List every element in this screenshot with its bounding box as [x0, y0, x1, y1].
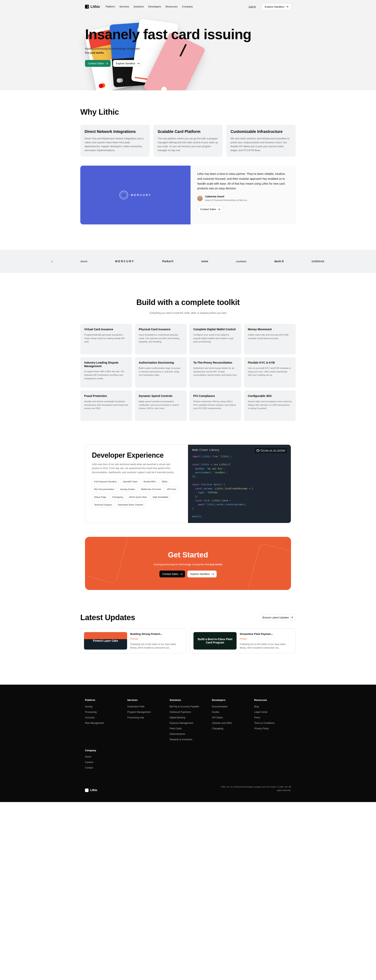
code-block: import Lithic from 'lithic'; const lithi… — [192, 455, 287, 519]
footer-logo[interactable]: Lithic — [85, 788, 97, 792]
footer-link[interactable]: Press — [254, 716, 291, 719]
nav-link-company[interactable]: Company — [182, 5, 193, 9]
feature-chip: Changelog — [110, 494, 125, 500]
toolkit-card-body: Ensure high card acceptance and control … — [248, 400, 292, 410]
partner-logo: MERCURY — [115, 259, 134, 263]
why-card-direct-network: Direct Network Integrations Direct Visa … — [80, 125, 150, 157]
toolkit-card: Money MovementInitiate same-day and next… — [244, 324, 296, 354]
cta-explore-sandbox-button[interactable]: Explore Sandbox — [187, 571, 217, 578]
footer-link[interactable]: Processing — [85, 710, 122, 714]
footer-link[interactable]: Documentation — [212, 705, 249, 708]
hero-explore-sandbox-button[interactable]: Explore Sandbox — [113, 60, 142, 67]
nav-link-solutions[interactable]: Solutions — [133, 5, 144, 9]
footer-link[interactable]: Blog — [254, 705, 291, 708]
footer-link[interactable]: Issuing — [85, 705, 122, 708]
testimonial-contact-sales-button[interactable]: Contact Sales — [197, 206, 223, 213]
toolkit-card-title: Dynamic Spend Controls — [139, 395, 183, 398]
footer-link[interactable]: Program Management — [127, 710, 164, 714]
toolkit-lead: Everything you need to build the credit,… — [80, 311, 296, 315]
feature-chip: Technical Support — [92, 502, 114, 508]
partner-logo: novo — [201, 259, 208, 263]
partner-logo: GORDIAN — [312, 259, 324, 263]
toolkit-section: Build with a complete toolkit Everything… — [80, 273, 296, 437]
dev-heading: Developer Experience — [92, 452, 181, 459]
arrow-right-icon — [105, 63, 108, 64]
footer-link[interactable]: Fleet Cards — [170, 727, 206, 730]
github-follow-button[interactable]: Follow us on Github — [254, 447, 287, 453]
cta-heading: Get Started — [90, 549, 286, 560]
toolkit-card-title: Physical Card Issuance — [139, 328, 183, 331]
toolkit-card-title: Configurable 3DS — [248, 395, 292, 398]
update-tag: Product — [240, 637, 292, 641]
footer-link[interactable]: Guides — [212, 710, 249, 714]
login-link[interactable]: Log In — [246, 3, 259, 11]
toolkit-heading: Build with a complete toolkit — [80, 296, 296, 308]
footer-link[interactable]: Risk Management — [85, 721, 122, 725]
hero-headline: Insanely fast card issuing — [85, 27, 291, 41]
footer-link[interactable]: Processing-only — [127, 716, 164, 719]
toolkit-card-body: Protect customers' info by using Lithic'… — [193, 400, 237, 410]
partner-logo: torch — [81, 259, 87, 263]
nav-link-resources[interactable]: Resources — [165, 5, 178, 9]
arrow-right-icon — [180, 573, 182, 575]
cta-contact-sales-button[interactable]: Contact Sales — [159, 571, 185, 578]
hero-contact-sales-button[interactable]: Contact Sales — [85, 60, 111, 67]
footer-link[interactable]: About — [85, 755, 291, 759]
dev-body: Lithic was born of our own technical nee… — [92, 462, 174, 474]
partner-logo: r — [52, 259, 53, 263]
feature-chip: Full-Featured Sandbox — [92, 479, 119, 485]
browse-updates-button[interactable]: Browse Latest Updates — [260, 614, 296, 621]
footer-link[interactable]: Expense Management — [170, 721, 206, 725]
toolkit-card-title: Industry-Leading Dispute Management — [84, 361, 128, 368]
update-title: Streamline Fleet Paymen... — [240, 632, 292, 636]
testimonial-brand: MERCURY — [131, 193, 151, 197]
toolkit-card: Industry-Leading Dispute ManagementA sup… — [80, 357, 132, 388]
nav-link-platform[interactable]: Platform — [106, 5, 115, 9]
footer-column: SolutionsBill Pay & Accounts PayableOutb… — [170, 698, 206, 743]
footer-link[interactable]: Terms & Conditions — [254, 721, 291, 725]
nav-link-services[interactable]: Services — [119, 5, 129, 9]
testimonial-quote: Lithic has been a best-in-class partner.… — [197, 172, 289, 191]
why-heading: Why Lithic — [80, 106, 296, 118]
why-section: Why Lithic Direct Network Integrations D… — [80, 91, 296, 232]
why-card-body: The only platform where you can go live … — [158, 137, 219, 152]
brand-logo[interactable]: Lithic — [85, 4, 100, 10]
footer-link[interactable]: Accounts — [85, 716, 122, 719]
arrow-right-icon — [290, 617, 293, 618]
footer-link[interactable]: Disbursements — [170, 732, 206, 736]
footer-link[interactable]: Changelog — [212, 727, 249, 730]
footer-link[interactable]: Digital Banking — [170, 716, 206, 719]
footer-link[interactable]: Contact — [85, 766, 291, 770]
update-body: Following hot on the heels of our Java c… — [130, 643, 182, 649]
primary-nav: Platform Services Solutions Developers R… — [106, 5, 193, 9]
footer-link[interactable]: Libraries and SDKs — [212, 721, 249, 725]
footer-link[interactable]: Legal Center — [254, 710, 291, 714]
update-card[interactable]: Fintech Layer Cake Building Strong Finte… — [80, 628, 186, 653]
toolkit-card-body: Build custom authorization logic to acce… — [139, 366, 183, 377]
toolkit-card-body: Programmatically generate transaction-re… — [84, 333, 128, 344]
explore-sandbox-button[interactable]: Explore Sandbox — [262, 3, 291, 10]
footer-link[interactable]: Bill Pay & Accounts Payable — [170, 705, 206, 708]
toolkit-card: Physical Card IssuanceIssue templated or… — [135, 324, 187, 354]
footer-link[interactable]: Careers — [85, 760, 291, 764]
footer-link[interactable]: Privacy Policy — [254, 727, 291, 730]
footer-column: PlatformIssuingProcessingAccountsRisk Ma… — [85, 698, 122, 743]
footer-link[interactable]: Outbound Payments — [170, 710, 206, 714]
toolkit-card: Authorization DecisioningBuild custom au… — [135, 357, 187, 388]
footer-link[interactable]: API Status — [212, 716, 249, 719]
toolkit-card: PCI ComplianceProtect customers' info by… — [189, 390, 241, 421]
why-card-title: Direct Network Integrations — [85, 129, 146, 134]
footer-link[interactable]: Rewards & Incentives — [170, 738, 206, 741]
footer-column-heading: Company — [85, 749, 291, 752]
toolkit-card: Complete Digital Wallet ControlConfigure… — [189, 324, 241, 354]
toolkit-card-title: Flexible KYC & KYB — [248, 361, 292, 364]
update-card[interactable]: Build a Best-in-Class Fleet Card Program… — [190, 628, 296, 653]
why-card-customizable: Customizable Infrastructure Mix and matc… — [226, 125, 296, 157]
toolkit-card-body: A support team with a 96% win rate. Our … — [84, 370, 128, 380]
toolkit-card: Dynamic Spend ControlsApply spend contro… — [135, 390, 187, 421]
code-tab[interactable]: Node Client Library — [192, 449, 219, 452]
nav-link-developers[interactable]: Developers — [148, 5, 161, 9]
person-role: Head of Financial Partnerships at Mercur… — [205, 199, 247, 202]
footer-link[interactable]: Graduation Path — [127, 705, 164, 708]
github-icon — [257, 449, 259, 452]
